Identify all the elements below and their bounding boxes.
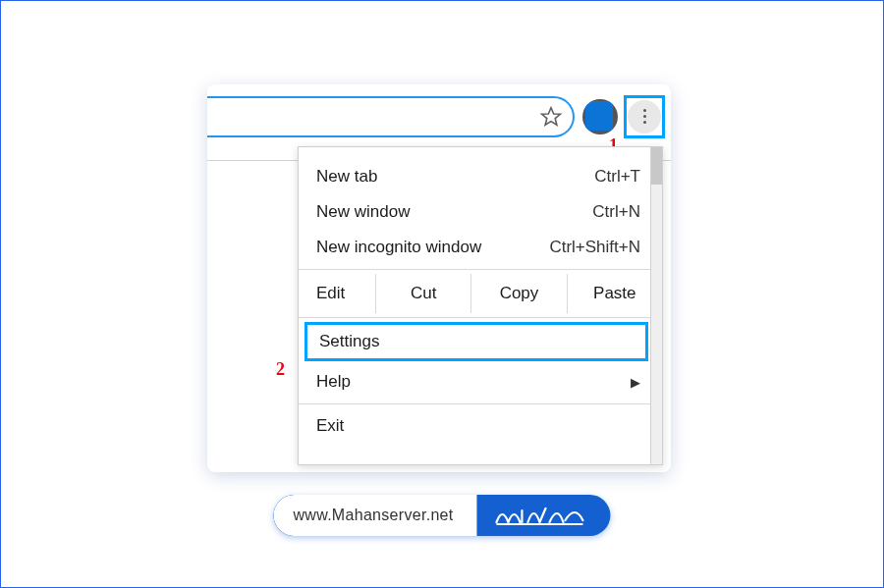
highlight-box-1 — [624, 95, 665, 138]
menu-shortcut: Ctrl+T — [594, 167, 640, 187]
mahanserver-logo-icon — [495, 503, 585, 528]
submenu-arrow-icon: ▶ — [631, 375, 640, 390]
menu-label: Settings — [319, 332, 379, 351]
menu-item-help[interactable]: Help ▶ — [299, 364, 662, 400]
menu-separator — [299, 269, 662, 270]
menu-item-exit[interactable]: Exit — [299, 408, 662, 444]
menu-label: Exit — [316, 416, 344, 436]
omnibox[interactable] — [207, 96, 575, 137]
menu-shortcut: Ctrl+Shift+N — [549, 238, 640, 257]
menu-item-settings[interactable]: Settings — [307, 325, 645, 358]
menu-label: New window — [316, 202, 410, 222]
menu-shortcut: Ctrl+N — [592, 202, 640, 222]
menu-label: New incognito window — [316, 238, 481, 257]
scrollbar-thumb[interactable] — [651, 147, 662, 185]
menu-edit-paste[interactable]: Paste — [567, 274, 662, 313]
more-menu-button[interactable] — [628, 100, 661, 134]
bookmark-star-icon[interactable] — [539, 105, 563, 129]
profile-avatar[interactable] — [582, 99, 618, 134]
menu-edit-copy[interactable]: Copy — [470, 274, 566, 313]
chrome-dropdown-menu: New tab Ctrl+T New window Ctrl+N New inc… — [298, 146, 663, 465]
menu-item-new-tab[interactable]: New tab Ctrl+T — [299, 159, 662, 194]
callout-number-2: 2 — [276, 359, 285, 380]
menu-item-new-window[interactable]: New window Ctrl+N — [299, 194, 662, 230]
menu-label: New tab — [316, 167, 377, 187]
svg-marker-0 — [542, 107, 561, 124]
menu-label: Help — [316, 372, 351, 392]
address-bar-row — [207, 94, 671, 138]
footer-badge: www.Mahanserver.net — [273, 495, 610, 536]
menu-separator — [299, 403, 662, 404]
menu-edit-row: Edit Cut Copy Paste — [299, 274, 662, 313]
menu-scrollbar[interactable] — [650, 147, 662, 464]
menu-edit-cut[interactable]: Cut — [375, 274, 470, 313]
menu-item-incognito[interactable]: New incognito window Ctrl+Shift+N — [299, 230, 662, 265]
browser-window: 1 2 New tab Ctrl+T New window Ctrl+N New… — [207, 84, 671, 472]
footer-url: www.Mahanserver.net — [273, 495, 476, 536]
highlight-box-2: Settings — [304, 322, 648, 361]
menu-separator — [299, 317, 662, 318]
menu-edit-label: Edit — [299, 274, 375, 313]
footer-logo — [477, 503, 611, 528]
